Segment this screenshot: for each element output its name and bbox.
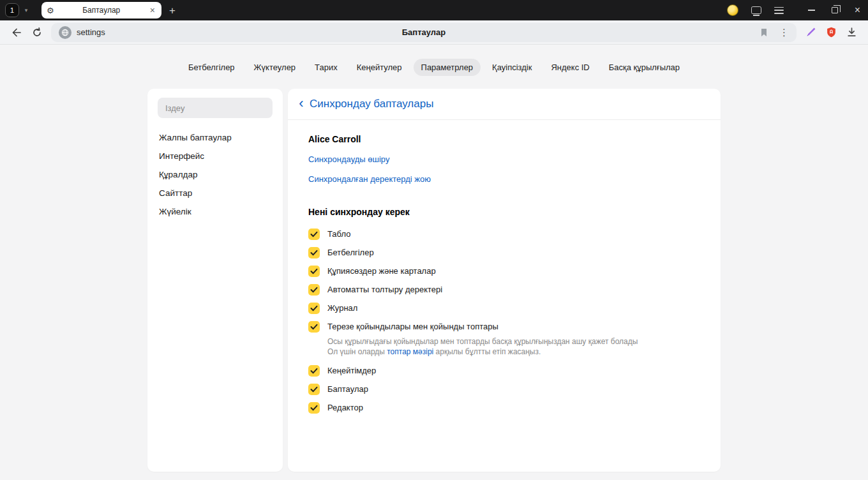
sidebar-item-interface[interactable]: Интерфейс [158,147,273,165]
new-tab-button[interactable]: + [169,5,176,16]
sync-settings-header: ‹ Синхрондау баптаулары [288,89,721,120]
sync-item-row-editor: Редактор [308,398,700,417]
reload-button[interactable] [27,23,47,42]
sync-item-row-passwords: Құпиясөздер және карталар [308,262,700,280]
checkbox-bookmarks[interactable] [308,247,320,259]
browser-toolbar: settings Баптаулар ⋮ [0,20,868,45]
checkbox-label: Автоматты толтыру деректері [327,285,442,294]
checkbox-label: Редактор [327,403,363,412]
checkbox-label: Кеңейтімдер [327,366,376,375]
settings-page: Бетбелгілер Жүктеулер Тарих Кеңейтулер П… [0,45,868,479]
nav-tab-other-devices[interactable]: Басқа құрылғылар [601,59,687,76]
tab-groups-menu-link[interactable]: топтар мәзірі [387,347,433,356]
checkbox-history[interactable] [308,303,320,314]
sync-tabs-note: Осы құрылғыдағы қойындылар мен топтарды … [327,336,700,357]
download-icon [846,27,857,38]
settings-nav-tabs: Бетбелгілер Жүктеулер Тарих Кеңейтулер П… [0,45,868,89]
checkbox-label: Баптаулар [327,384,368,394]
hamburger-menu-icon[interactable] [774,7,784,14]
protect-shield-button[interactable] [821,23,841,42]
window-titlebar: 1 ▾ ⚙ Баптаулар × + × [0,0,868,20]
checkbox-settings[interactable] [308,384,320,395]
tab-title: Баптаулар [54,6,149,15]
checkbox-passwords[interactable] [308,266,320,277]
note-line1: Осы құрылғыдағы қойындылар мен топтарды … [327,336,700,347]
sidebar-list: Жалпы баптаулар Интерфейс Құралдар Сайтт… [158,128,273,221]
address-bar[interactable]: settings Баптаулар ⋮ [51,23,797,42]
browser-tab[interactable]: ⚙ Баптаулар × [41,2,161,19]
tab-close-icon[interactable]: × [149,6,156,15]
tab-list-chevron-icon[interactable]: ▾ [22,7,30,13]
settings-content: Жалпы баптаулар Интерфейс Құралдар Сайтт… [0,89,868,472]
site-menu-dots-icon[interactable]: ⋮ [779,27,789,37]
checkbox-autofill[interactable] [308,284,320,296]
sync-item-row-autofill: Автоматты толтыру деректері [308,280,700,299]
restore-button[interactable] [832,7,838,13]
site-globe-icon [59,26,71,39]
delete-synced-data-link[interactable]: Синхрондалған деректерді жою [308,174,431,184]
tab-group-badge[interactable]: 1 [5,3,19,17]
settings-gear-icon: ⚙ [47,6,54,15]
sync-item-row-settings: Баптаулар [308,380,700,398]
sync-settings-panel: ‹ Синхрондау баптаулары Alice Carroll Си… [288,89,721,472]
checkbox-label: Табло [327,229,350,239]
address-bar-actions: ⋮ [759,27,789,38]
back-chevron-icon[interactable]: ‹ [297,96,306,112]
downloads-button[interactable] [841,23,862,42]
back-button[interactable] [6,23,27,42]
reload-icon [31,27,43,38]
sync-item-row-bookmarks: Бетбелгілер [308,243,700,262]
note-line2-prefix: Ол үшін оларды [327,347,387,356]
nav-tab-history[interactable]: Тарих [307,59,345,76]
settings-sidebar: Жалпы баптаулар Интерфейс Құралдар Сайтт… [147,89,283,472]
sync-item-row-tablo: Табло [308,225,700,243]
sync-item-row-history: Журнал [308,299,700,317]
url-text: settings [77,27,105,37]
titlebar-right-controls: × [727,4,860,16]
disable-sync-link[interactable]: Синхрондауды өшіру [308,154,389,164]
checkbox-label: Терезе қойындылары мен қойынды топтары [327,322,498,331]
account-name: Alice Carroll [308,134,700,144]
panel-icon[interactable] [751,6,761,14]
sync-settings-body: Alice Carroll Синхрондауды өшіру Синхрон… [288,134,721,417]
sync-item-row-tabs: Терезе қойындылары мен қойынды топтары [308,317,700,336]
nav-tab-bookmarks[interactable]: Бетбелгілер [181,59,243,76]
minimize-button[interactable] [808,10,815,11]
nav-tab-downloads[interactable]: Жүктеулер [246,59,304,76]
nav-tab-extensions[interactable]: Кеңейтулер [349,59,410,76]
search-input[interactable] [158,98,273,118]
nav-tab-yandex-id[interactable]: Яндекс ID [543,59,597,76]
omnibox-page-title: Баптаулар [51,27,797,37]
checkbox-label: Журнал [327,303,357,313]
checkbox-tabs[interactable] [308,321,320,333]
close-window-button[interactable]: × [855,5,860,15]
window-controls: × [808,5,860,15]
sidebar-item-tools[interactable]: Құралдар [158,165,273,184]
checkbox-extensions[interactable] [308,365,320,377]
nav-tab-settings[interactable]: Параметрлер [414,59,481,76]
sync-item-row-extensions: Кеңейтімдер [308,361,700,380]
checkbox-label: Бетбелгілер [327,248,374,257]
back-arrow-icon [11,27,22,38]
checkbox-editor[interactable] [308,402,320,414]
page-title: Синхрондау баптаулары [310,98,433,110]
bookmark-flag-icon[interactable] [759,27,769,38]
sidebar-item-general[interactable]: Жалпы баптаулар [158,128,273,147]
sync-items-list: Табло Бетбелгілер Құпиясөздер және карта… [308,225,700,417]
note-line2-suffix: арқылы бұлтты етіп жасаңыз. [433,347,541,356]
checkbox-label: Құпиясөздер және карталар [327,266,436,276]
shield-icon [826,27,837,38]
profile-avatar[interactable] [727,4,738,16]
section-title: Нені синхрондау керек [308,207,700,217]
sidebar-item-sites[interactable]: Сайттар [158,184,273,202]
note-line2: Ол үшін оларды топтар мәзірі арқылы бұлт… [327,347,700,357]
checkbox-tablo[interactable] [308,229,320,240]
sidebar-item-system[interactable]: Жүйелік [158,202,273,221]
nav-tab-security[interactable]: Қауіпсіздік [484,59,539,76]
copilot-pen-button[interactable] [800,23,821,42]
pen-icon [805,27,816,38]
